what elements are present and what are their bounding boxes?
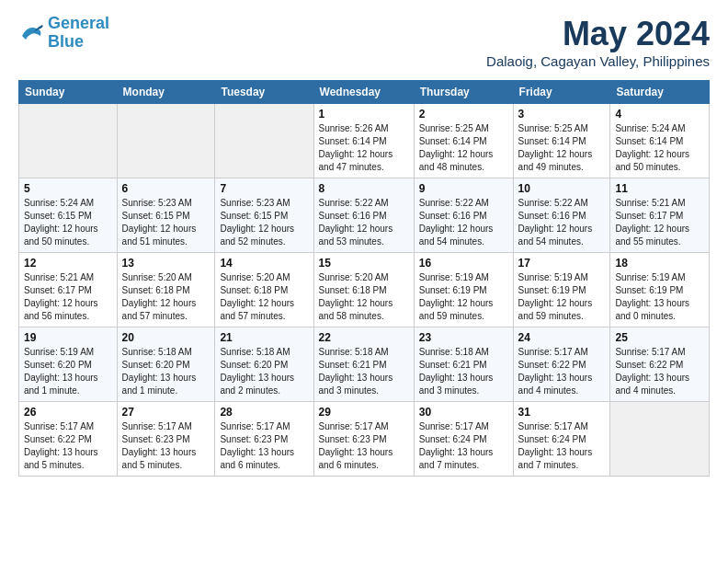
table-row: 19Sunrise: 5:19 AMSunset: 6:20 PMDayligh… <box>19 327 118 402</box>
cell-info: Sunrise: 5:19 AMSunset: 6:19 PMDaylight:… <box>419 271 508 323</box>
table-row: 23Sunrise: 5:18 AMSunset: 6:21 PMDayligh… <box>414 327 513 402</box>
table-row: 17Sunrise: 5:19 AMSunset: 6:19 PMDayligh… <box>513 253 610 327</box>
logo-text: General Blue <box>48 15 109 52</box>
table-row: 3Sunrise: 5:25 AMSunset: 6:14 PMDaylight… <box>513 104 610 178</box>
table-row: 1Sunrise: 5:26 AMSunset: 6:14 PMDaylight… <box>313 104 414 178</box>
table-row: 30Sunrise: 5:17 AMSunset: 6:24 PMDayligh… <box>414 402 513 477</box>
day-number: 28 <box>220 406 308 419</box>
table-row <box>215 104 313 178</box>
cell-info: Sunrise: 5:17 AMSunset: 6:23 PMDaylight:… <box>122 420 210 472</box>
table-row: 22Sunrise: 5:18 AMSunset: 6:21 PMDayligh… <box>313 327 414 402</box>
cell-info: Sunrise: 5:17 AMSunset: 6:24 PMDaylight:… <box>419 420 508 472</box>
day-number: 25 <box>615 331 704 344</box>
cell-info: Sunrise: 5:19 AMSunset: 6:19 PMDaylight:… <box>518 271 606 323</box>
table-row: 25Sunrise: 5:17 AMSunset: 6:22 PMDayligh… <box>610 327 710 402</box>
table-row: 13Sunrise: 5:20 AMSunset: 6:18 PMDayligh… <box>117 253 215 327</box>
weekday-header-monday: Monday <box>117 81 215 104</box>
table-row: 28Sunrise: 5:17 AMSunset: 6:23 PMDayligh… <box>215 402 313 477</box>
table-row: 11Sunrise: 5:21 AMSunset: 6:17 PMDayligh… <box>610 178 710 253</box>
table-row: 27Sunrise: 5:17 AMSunset: 6:23 PMDayligh… <box>117 402 215 477</box>
weekday-header-row: SundayMondayTuesdayWednesdayThursdayFrid… <box>19 81 710 104</box>
cell-info: Sunrise: 5:20 AMSunset: 6:18 PMDaylight:… <box>220 271 308 323</box>
cell-info: Sunrise: 5:21 AMSunset: 6:17 PMDaylight:… <box>24 271 112 323</box>
table-row: 8Sunrise: 5:22 AMSunset: 6:16 PMDaylight… <box>313 178 414 253</box>
cell-info: Sunrise: 5:18 AMSunset: 6:21 PMDaylight:… <box>419 346 508 397</box>
table-row <box>117 104 215 178</box>
weekday-header-tuesday: Tuesday <box>215 81 313 104</box>
table-row: 14Sunrise: 5:20 AMSunset: 6:18 PMDayligh… <box>215 253 313 327</box>
day-number: 23 <box>419 331 508 344</box>
day-number: 1 <box>319 108 409 121</box>
logo-icon <box>18 23 44 43</box>
weekday-header-sunday: Sunday <box>19 81 118 104</box>
week-row-2: 5Sunrise: 5:24 AMSunset: 6:15 PMDaylight… <box>19 178 710 253</box>
table-row: 5Sunrise: 5:24 AMSunset: 6:15 PMDaylight… <box>19 178 118 253</box>
day-number: 31 <box>518 406 606 419</box>
cell-info: Sunrise: 5:17 AMSunset: 6:24 PMDaylight:… <box>518 420 606 472</box>
title-area: May 2024 Dalaoig, Cagayan Valley, Philip… <box>486 15 710 69</box>
day-number: 21 <box>220 331 308 344</box>
cell-info: Sunrise: 5:20 AMSunset: 6:18 PMDaylight:… <box>319 271 409 323</box>
cell-info: Sunrise: 5:26 AMSunset: 6:14 PMDaylight:… <box>319 122 409 174</box>
table-row: 29Sunrise: 5:17 AMSunset: 6:23 PMDayligh… <box>313 402 414 477</box>
cell-info: Sunrise: 5:25 AMSunset: 6:14 PMDaylight:… <box>518 122 606 174</box>
cell-info: Sunrise: 5:19 AMSunset: 6:20 PMDaylight:… <box>24 346 112 397</box>
header: General Blue May 2024 Dalaoig, Cagayan V… <box>18 15 710 69</box>
month-title: May 2024 <box>486 15 710 53</box>
location-title: Dalaoig, Cagayan Valley, Philippines <box>486 53 710 69</box>
day-number: 6 <box>122 182 210 195</box>
table-row: 21Sunrise: 5:18 AMSunset: 6:20 PMDayligh… <box>215 327 313 402</box>
table-row: 9Sunrise: 5:22 AMSunset: 6:16 PMDaylight… <box>414 178 513 253</box>
weekday-header-wednesday: Wednesday <box>313 81 414 104</box>
day-number: 13 <box>122 257 210 270</box>
week-row-1: 1Sunrise: 5:26 AMSunset: 6:14 PMDaylight… <box>19 104 710 178</box>
table-row: 24Sunrise: 5:17 AMSunset: 6:22 PMDayligh… <box>513 327 610 402</box>
weekday-header-thursday: Thursday <box>414 81 513 104</box>
cell-info: Sunrise: 5:25 AMSunset: 6:14 PMDaylight:… <box>419 122 508 174</box>
cell-info: Sunrise: 5:18 AMSunset: 6:20 PMDaylight:… <box>122 346 210 397</box>
cell-info: Sunrise: 5:17 AMSunset: 6:23 PMDaylight:… <box>220 420 308 472</box>
day-number: 7 <box>220 182 308 195</box>
day-number: 18 <box>615 257 704 270</box>
day-number: 17 <box>518 257 606 270</box>
logo-general: General <box>48 14 109 32</box>
day-number: 11 <box>615 182 704 195</box>
cell-info: Sunrise: 5:24 AMSunset: 6:15 PMDaylight:… <box>24 197 112 248</box>
cell-info: Sunrise: 5:24 AMSunset: 6:14 PMDaylight:… <box>615 122 704 174</box>
day-number: 5 <box>24 182 112 195</box>
table-row: 16Sunrise: 5:19 AMSunset: 6:19 PMDayligh… <box>414 253 513 327</box>
table-row: 10Sunrise: 5:22 AMSunset: 6:16 PMDayligh… <box>513 178 610 253</box>
cell-info: Sunrise: 5:18 AMSunset: 6:20 PMDaylight:… <box>220 346 308 397</box>
cell-info: Sunrise: 5:22 AMSunset: 6:16 PMDaylight:… <box>419 197 508 248</box>
table-row: 26Sunrise: 5:17 AMSunset: 6:22 PMDayligh… <box>19 402 118 477</box>
weekday-header-friday: Friday <box>513 81 610 104</box>
day-number: 29 <box>319 406 409 419</box>
table-row: 18Sunrise: 5:19 AMSunset: 6:19 PMDayligh… <box>610 253 710 327</box>
cell-info: Sunrise: 5:21 AMSunset: 6:17 PMDaylight:… <box>615 197 704 248</box>
day-number: 26 <box>24 406 112 419</box>
table-row: 20Sunrise: 5:18 AMSunset: 6:20 PMDayligh… <box>117 327 215 402</box>
cell-info: Sunrise: 5:17 AMSunset: 6:23 PMDaylight:… <box>319 420 409 472</box>
day-number: 3 <box>518 108 606 121</box>
table-row: 15Sunrise: 5:20 AMSunset: 6:18 PMDayligh… <box>313 253 414 327</box>
table-row: 7Sunrise: 5:23 AMSunset: 6:15 PMDaylight… <box>215 178 313 253</box>
cell-info: Sunrise: 5:20 AMSunset: 6:18 PMDaylight:… <box>122 271 210 323</box>
day-number: 4 <box>615 108 704 121</box>
day-number: 12 <box>24 257 112 270</box>
table-row <box>610 402 710 477</box>
logo-blue: Blue <box>48 32 84 51</box>
day-number: 2 <box>419 108 508 121</box>
cell-info: Sunrise: 5:17 AMSunset: 6:22 PMDaylight:… <box>518 346 606 397</box>
weekday-header-saturday: Saturday <box>610 81 710 104</box>
day-number: 16 <box>419 257 508 270</box>
day-number: 19 <box>24 331 112 344</box>
table-row: 4Sunrise: 5:24 AMSunset: 6:14 PMDaylight… <box>610 104 710 178</box>
table-row <box>19 104 118 178</box>
day-number: 15 <box>319 257 409 270</box>
week-row-4: 19Sunrise: 5:19 AMSunset: 6:20 PMDayligh… <box>19 327 710 402</box>
table-row: 2Sunrise: 5:25 AMSunset: 6:14 PMDaylight… <box>414 104 513 178</box>
table-row: 12Sunrise: 5:21 AMSunset: 6:17 PMDayligh… <box>19 253 118 327</box>
cell-info: Sunrise: 5:17 AMSunset: 6:22 PMDaylight:… <box>615 346 704 397</box>
cell-info: Sunrise: 5:19 AMSunset: 6:19 PMDaylight:… <box>615 271 704 323</box>
cell-info: Sunrise: 5:22 AMSunset: 6:16 PMDaylight:… <box>518 197 606 248</box>
